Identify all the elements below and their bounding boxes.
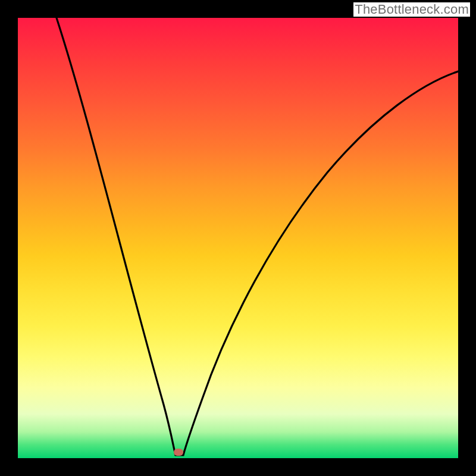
- watermark-label: TheBottleneck.com: [353, 2, 470, 17]
- bottleneck-curve: [18, 18, 458, 458]
- chart-frame: TheBottleneck.com: [0, 0, 476, 476]
- plot-area: [18, 18, 458, 458]
- curve-path: [57, 18, 458, 455]
- optimal-point-marker: [174, 449, 183, 456]
